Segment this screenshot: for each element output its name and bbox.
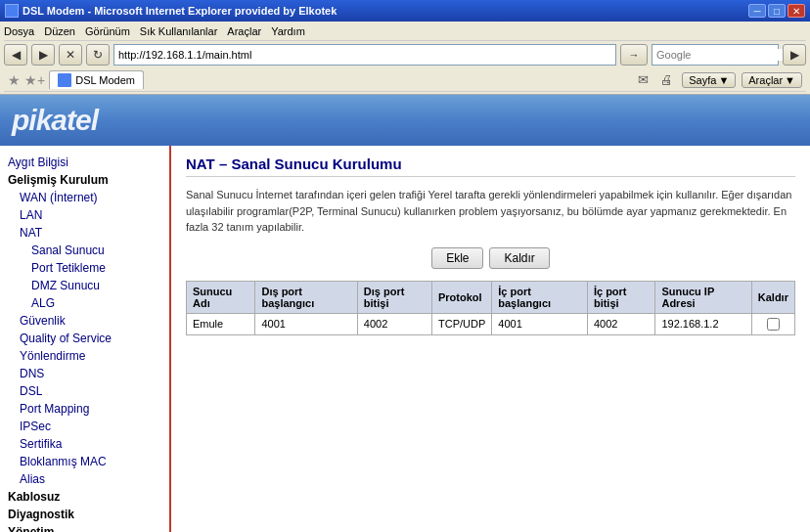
browser-menu: Dosya Düzen Görünüm Sık Kullanılanlar Ar… (4, 23, 806, 41)
menu-tools[interactable]: Araçlar (227, 25, 261, 37)
print-icon[interactable]: 🖨 (657, 71, 676, 88)
pikatel-header: pikatel (0, 95, 810, 146)
cell-ic-port-bas: 4001 (492, 313, 588, 334)
page-btn-arrow: ▼ (718, 74, 729, 86)
titlebar-left: DSL Modem - Microsoft Internet Explorer … (5, 4, 337, 18)
col-sunucu-adi: Sunucu Adı (187, 281, 255, 313)
sidebar-item-port-tetikleme[interactable]: Port Tetikleme (0, 259, 169, 277)
action-buttons: Ekle Kaldır (186, 247, 795, 269)
sidebar-item-yonetim: Yönetim (0, 523, 169, 532)
search-bar[interactable]: 🔍 (652, 44, 779, 66)
favorites-star-button[interactable]: ★ (8, 72, 21, 88)
sidebar-item-alg[interactable]: ALG (0, 294, 169, 312)
page-button[interactable]: Sayfa ▼ (682, 72, 736, 88)
browser-tab[interactable]: DSL Modem (49, 70, 144, 89)
col-ic-port-bas: İç port başlangıcı (492, 281, 588, 313)
add-button[interactable]: Ekle (431, 247, 483, 269)
sidebar-item-sertifika[interactable]: Sertifika (0, 435, 169, 453)
window-title: DSL Modem - Microsoft Internet Explorer … (22, 5, 337, 17)
add-favorites-button[interactable]: ★+ (24, 72, 45, 88)
window-controls: ─ □ ✕ (748, 4, 805, 18)
col-sunucu-ip: Sunucu IP Adresi (655, 281, 751, 313)
sidebar-item-lan[interactable]: LAN (0, 206, 169, 224)
go-button[interactable]: → (620, 44, 648, 66)
cell-dis-port-bit: 4002 (357, 313, 431, 334)
table-row: Emule 4001 4002 TCP/UDP 4001 4002 192.16… (187, 313, 795, 334)
col-dis-port-bas: Dış port başlangıcı (255, 281, 357, 313)
address-input[interactable] (118, 49, 611, 61)
cell-kaldir[interactable] (751, 313, 794, 334)
menu-favorites[interactable]: Sık Kullanılanlar (140, 25, 218, 37)
sidebar: Aygıt Bilgisi Gelişmiş Kurulum WAN (İnte… (0, 146, 171, 532)
menu-edit[interactable]: Düzen (44, 25, 75, 37)
menu-help[interactable]: Yardım (271, 25, 305, 37)
remove-button[interactable]: Kaldır (489, 247, 549, 269)
refresh-button[interactable]: ↻ (86, 44, 110, 66)
stop-button[interactable]: ✕ (59, 44, 82, 66)
sidebar-item-dns[interactable]: DNS (0, 365, 169, 382)
sidebar-item-yonlendirme[interactable]: Yönlendirme (0, 347, 169, 365)
svg-text:pikatel: pikatel (11, 104, 100, 136)
tools-button[interactable]: Araçlar ▼ (742, 72, 802, 88)
browser-toolbar: Dosya Düzen Görünüm Sık Kullanılanlar Ar… (0, 22, 810, 95)
sidebar-item-qos[interactable]: Quality of Service (0, 330, 169, 347)
sidebar-item-port-mapping[interactable]: Port Mapping (0, 400, 169, 418)
close-button[interactable]: ✕ (788, 4, 805, 18)
sidebar-item-diyagnostik: Diyagnostik (0, 506, 169, 523)
sidebar-item-ipsec[interactable]: IPSec (0, 418, 169, 435)
search-go-button[interactable]: ▶ (783, 44, 806, 66)
search-input[interactable] (656, 49, 791, 61)
sidebar-item-nat[interactable]: NAT (0, 224, 169, 242)
cell-dis-port-bas: 4001 (255, 313, 357, 334)
toolbar-right: ✉ 🖨 Sayfa ▼ Araçlar ▼ (635, 71, 802, 88)
forward-button[interactable]: ▶ (31, 44, 55, 66)
content-description: Sanal Sunucu İnternet tarafından içeri g… (186, 187, 795, 236)
col-kaldir: Kaldır (751, 281, 794, 313)
cell-ic-port-bit: 4002 (587, 313, 655, 334)
tools-btn-label: Araçlar (748, 74, 783, 86)
sidebar-item-guvenlik[interactable]: Güvenlik (0, 312, 169, 330)
main-area: Aygıt Bilgisi Gelişmiş Kurulum WAN (İnte… (0, 146, 810, 532)
tab-label: DSL Modem (75, 74, 135, 86)
sidebar-item-gelismis: Gelişmiş Kurulum (0, 171, 169, 189)
remove-checkbox[interactable] (767, 318, 780, 331)
sidebar-item-bloklanmis-mac[interactable]: Bloklanmış MAC (0, 453, 169, 470)
back-button[interactable]: ◀ (4, 44, 27, 66)
sidebar-item-sanal-sunucu[interactable]: Sanal Sunucu (0, 242, 169, 259)
cell-sunucu-adi: Emule (187, 313, 255, 334)
page-title: NAT – Sanal Sunucu Kurulumu (186, 155, 795, 177)
menu-view[interactable]: Görünüm (85, 25, 130, 37)
minimize-button[interactable]: ─ (748, 4, 766, 18)
pikatel-logo: pikatel (10, 99, 137, 143)
sidebar-item-dmz[interactable]: DMZ Sunucu (0, 277, 169, 294)
window-titlebar: DSL Modem - Microsoft Internet Explorer … (0, 0, 810, 22)
address-bar[interactable] (113, 44, 616, 66)
sidebar-item-alias[interactable]: Alias (0, 470, 169, 488)
col-protokol: Protokol (432, 281, 492, 313)
col-ic-port-bit: İç port bitişi (587, 281, 655, 313)
tab-icon (58, 73, 71, 87)
browser-nav: ◀ ▶ ✕ ↻ → 🔍 ▶ (4, 41, 806, 68)
maximize-button[interactable]: □ (768, 4, 786, 18)
col-dis-port-bit: Dış port bitişi (357, 281, 431, 313)
sidebar-item-aygit[interactable]: Aygıt Bilgisi (0, 154, 169, 171)
mail-icon[interactable]: ✉ (635, 71, 652, 88)
nat-table: Sunucu Adı Dış port başlangıcı Dış port … (186, 281, 795, 335)
menu-file[interactable]: Dosya (4, 25, 34, 37)
cell-protokol: TCP/UDP (432, 313, 492, 334)
sidebar-item-dsl[interactable]: DSL (0, 382, 169, 400)
content-area: NAT – Sanal Sunucu Kurulumu Sanal Sunucu… (171, 146, 810, 532)
sidebar-item-kablosuz: Kablosuz (0, 488, 169, 506)
sidebar-item-wan[interactable]: WAN (İnternet) (0, 189, 169, 206)
tools-btn-arrow: ▼ (785, 74, 795, 86)
toolbar-row2: ★ ★+ DSL Modem ✉ 🖨 Sayfa ▼ Araçlar ▼ (4, 68, 806, 92)
app-icon (5, 4, 19, 18)
page-btn-label: Sayfa (689, 74, 716, 86)
cell-sunucu-ip: 192.168.1.2 (655, 313, 751, 334)
